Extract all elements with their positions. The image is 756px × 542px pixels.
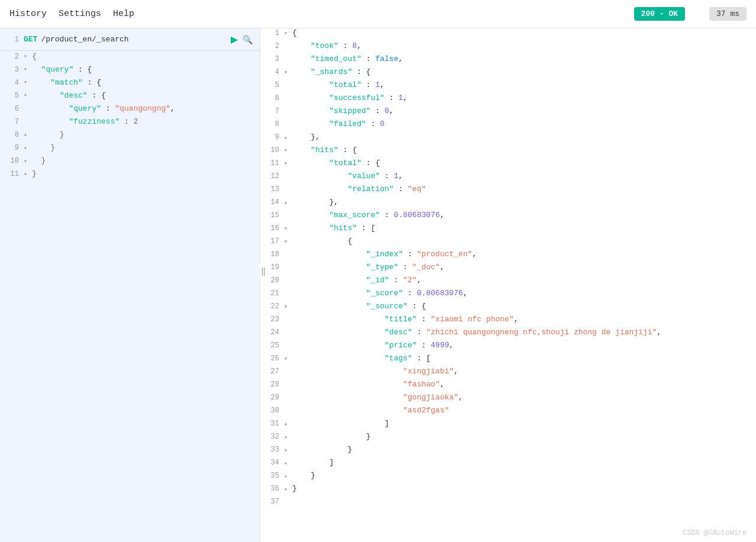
search-button[interactable]: 🔍 (240, 34, 255, 46)
code-content: "match" : { (32, 77, 257, 89)
right-code-line: 11▾ "total" : { (260, 159, 756, 172)
fold-icon (284, 250, 291, 251)
code-content: "total" : 1, (292, 80, 754, 89)
nav-history[interactable]: History (9, 9, 47, 19)
fold-icon[interactable]: ▴ (284, 458, 291, 466)
code-content: "skipped" : 0, (292, 107, 754, 115)
right-code-line: 19 "_type" : "_doc", (260, 263, 756, 276)
fold-icon[interactable]: ▴ (284, 471, 291, 479)
line-number: 14 (263, 198, 279, 207)
line-number: 3 (263, 54, 279, 63)
fold-icon[interactable]: ▾ (284, 28, 291, 37)
fold-icon (24, 116, 31, 117)
code-content: "query" : "quangongng", (32, 103, 257, 115)
left-code-line: 5▾ "desc" : { (0, 90, 260, 103)
fold-icon (284, 54, 291, 56)
code-content: "value" : 1, (292, 172, 754, 180)
fold-icon[interactable]: ▾ (284, 237, 291, 245)
line-number: 32 (263, 432, 279, 441)
line-number: 8 (263, 120, 279, 128)
fold-icon[interactable]: ▾ (284, 146, 291, 154)
fold-icon[interactable]: ▾ (24, 90, 31, 101)
right-code-line: 31▴ ] (260, 419, 756, 432)
fold-icon (284, 341, 291, 342)
right-code-line: 17▾ { (260, 237, 756, 250)
status-badge: 200 - OK (634, 7, 685, 21)
url-bar: 1 GET /product_en/_search ▶ 🔍 (0, 28, 260, 51)
left-code-line: 2▾{ (0, 51, 260, 64)
fold-icon (24, 103, 31, 104)
right-code-line: 28 "fashao", (260, 380, 756, 393)
line-number: 23 (263, 315, 279, 324)
fold-icon[interactable]: ▴ (284, 445, 291, 453)
left-code-line: 11▴} (0, 168, 260, 181)
code-content: } (32, 168, 257, 180)
right-code-line: 18 "_index" : "product_en", (260, 250, 756, 263)
fold-icon (284, 497, 291, 498)
right-code-line: 27 "xingjiabi", (260, 367, 756, 380)
fold-icon (284, 211, 291, 212)
nav-settings[interactable]: Settings (59, 9, 101, 19)
right-code-line: 34▴ ] (260, 458, 756, 471)
fold-icon[interactable]: ▴ (284, 133, 291, 141)
fold-icon[interactable]: ▾ (284, 224, 291, 232)
line-number: 6 (263, 93, 279, 102)
fold-icon[interactable]: ▴ (284, 484, 291, 492)
fold-icon[interactable]: ▴ (24, 155, 31, 166)
code-content: "timed_out" : false, (292, 54, 754, 63)
fold-icon[interactable]: ▴ (24, 168, 31, 179)
left-panel: 1 GET /product_en/_search ▶ 🔍 2▾{3▾ "que… (0, 28, 260, 542)
right-code-line: 33▴ } (260, 445, 756, 458)
code-content: { (292, 237, 754, 246)
code-content: "gongjiaoka", (292, 393, 754, 402)
fold-icon[interactable]: ▴ (284, 419, 291, 427)
fold-icon[interactable]: ▾ (24, 64, 31, 75)
code-content: ] (292, 419, 754, 428)
fold-icon[interactable]: ▾ (24, 51, 31, 62)
right-code-line: 37 (260, 497, 756, 510)
line-number: 28 (263, 380, 279, 389)
top-nav: History Settings Help 200 - OK 37 ms (0, 0, 756, 28)
fold-icon[interactable]: ▾ (284, 159, 291, 167)
fold-icon (284, 406, 291, 407)
url-line-num: 1 (5, 36, 19, 44)
code-content: } (32, 129, 257, 141)
fold-icon[interactable]: ▴ (24, 142, 31, 153)
run-button[interactable]: ▶ (228, 33, 240, 46)
line-number: 2 (2, 51, 19, 63)
fold-icon (284, 93, 291, 95)
code-content: "_index" : "product_en", (292, 250, 754, 259)
fold-icon[interactable]: ▴ (284, 432, 291, 440)
right-code-line: 23 "title" : "xiaomi nfc phone", (260, 315, 756, 328)
right-code-line: 10▾ "hits" : { (260, 146, 756, 159)
code-content: } (292, 445, 754, 454)
code-content: "fashao", (292, 380, 754, 389)
code-content: "_shards" : { (292, 67, 754, 76)
fold-icon[interactable]: ▴ (24, 129, 31, 140)
nav-help[interactable]: Help (113, 9, 134, 19)
fold-icon[interactable]: ▾ (284, 302, 291, 310)
code-content: "total" : { (292, 159, 754, 167)
right-code-line: 21 "_score" : 0.80683076, (260, 289, 756, 302)
line-number: 9 (2, 142, 19, 154)
fold-icon (284, 172, 291, 173)
main-container: 1 GET /product_en/_search ▶ 🔍 2▾{3▾ "que… (0, 28, 756, 542)
fold-icon (284, 185, 291, 186)
code-content: { (292, 28, 754, 37)
fold-icon[interactable]: ▴ (284, 198, 291, 206)
line-number: 35 (263, 471, 279, 480)
code-content: "_score" : 0.80683076, (292, 289, 754, 298)
right-code-line: 30 "asd2fgas" (260, 406, 756, 419)
code-content: "_source" : { (292, 302, 754, 311)
line-number: 34 (263, 458, 279, 467)
right-code-line: 14▴ }, (260, 198, 756, 211)
fold-icon[interactable]: ▾ (24, 77, 31, 88)
fold-icon (284, 393, 291, 394)
code-content: }, (292, 133, 754, 141)
fold-icon[interactable]: ▾ (284, 354, 291, 362)
fold-icon[interactable]: ▾ (284, 67, 291, 76)
fold-icon (284, 367, 291, 368)
panel-divider[interactable]: ‖ (260, 264, 267, 279)
code-content: } (292, 432, 754, 441)
right-code-line: 32▴ } (260, 432, 756, 445)
